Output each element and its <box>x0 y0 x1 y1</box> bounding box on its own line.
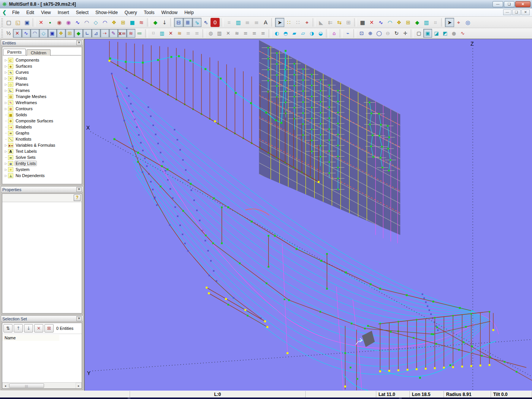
tree-item-label[interactable]: Contours <box>15 106 33 111</box>
restore-button[interactable]: ❏ <box>504 1 515 7</box>
entities-close-icon[interactable]: ✕ <box>76 40 82 45</box>
filter-entities-toggle-icon[interactable]: ◆ <box>74 29 83 38</box>
select-list-button-icon[interactable]: ▥ <box>234 18 243 27</box>
errors-button-icon[interactable]: 0 <box>211 18 220 27</box>
expand-arrow-icon[interactable]: ▷ <box>4 83 8 86</box>
filter-all-button-icon[interactable]: ≔ <box>135 29 144 38</box>
tree-item-no-dependents[interactable]: ▷⊥No Dependents <box>4 173 82 179</box>
entities-panel-title-bar[interactable]: Entities ✕ <box>1 40 83 46</box>
show-one-composite-button-icon[interactable]: ❖ <box>394 18 404 27</box>
view-pane-toggle-icon[interactable]: ⇖ <box>201 18 211 27</box>
tool-surface-2-icon[interactable]: ◠ <box>100 18 109 27</box>
selection-move-down-button-icon[interactable]: ↓ <box>24 324 33 332</box>
selection-set-close-icon[interactable]: ✕ <box>76 316 82 321</box>
menu-item-showhide[interactable]: Show-Hide <box>92 9 121 16</box>
filter-meshes-toggle-icon[interactable]: ⊞ <box>65 29 74 38</box>
tool-snake-icon[interactable]: ◠ <box>82 18 91 27</box>
view-perspective-button-icon[interactable]: ◑ <box>307 29 316 38</box>
tree-item-label[interactable]: System <box>15 167 30 172</box>
flashlight-button-icon[interactable]: ⌁ <box>344 29 352 38</box>
show-grid-button-icon[interactable]: ▦ <box>358 18 367 27</box>
selection-remove-button-icon[interactable]: ✕ <box>34 324 43 332</box>
menu-item-tools[interactable]: Tools <box>141 9 158 16</box>
tree-item-label[interactable]: Variables & Formulas <box>15 143 56 147</box>
tree-item-label[interactable]: Entity Lists <box>15 161 36 166</box>
tree-item-surfaces[interactable]: ▷◈Surfaces <box>4 63 82 69</box>
expand-arrow-icon[interactable]: ▷ <box>4 71 8 74</box>
properties-help-icon[interactable]: ? <box>74 195 81 201</box>
scroll-left-icon[interactable]: ◂ <box>2 383 8 389</box>
hide-named-bulb-button-icon[interactable]: ≡ <box>259 29 268 38</box>
filter-relabels-toggle-icon[interactable]: ⇢ <box>100 29 109 38</box>
expand-arrow-icon[interactable]: ▷ <box>4 77 8 80</box>
show-one-entity-button-icon[interactable]: ◆ <box>413 18 422 27</box>
filter-contours-toggle-icon[interactable]: ≋ <box>127 29 135 38</box>
cursor-select-button-icon[interactable]: ➤ <box>275 18 284 27</box>
tool-composite-icon[interactable]: ❖ <box>109 18 119 27</box>
filter-planes-toggle-icon[interactable]: ⊿ <box>92 29 100 38</box>
rotate-view-button-icon[interactable]: ↻ <box>392 29 401 38</box>
filter-variables-toggle-icon[interactable]: x= <box>118 29 127 38</box>
properties-panel-title-bar[interactable]: Properties ✕ <box>1 187 83 193</box>
tree-item-label[interactable]: Frames <box>15 88 30 93</box>
scroll-right-icon[interactable]: ▸ <box>76 383 82 389</box>
scroll-thumb[interactable]: ||| <box>9 383 44 388</box>
tool-magnet-icon[interactable]: ◉ <box>64 18 73 27</box>
close-button[interactable]: ✕ <box>515 1 530 7</box>
tree-item-wireframes[interactable]: ▷✎Wireframes <box>4 100 82 106</box>
hide-children-bulb-button-icon[interactable]: ≡ <box>250 29 259 38</box>
expand-arrow-icon[interactable]: ▷ <box>4 59 8 62</box>
zoom-in-button-icon[interactable]: ⊕ <box>366 29 375 38</box>
pick-ball-button-icon[interactable]: ◎ <box>463 18 472 27</box>
relabel-button-icon[interactable]: ½ <box>4 29 13 38</box>
tree-item-solve-sets[interactable]: ┈=Solve Sets <box>4 154 82 160</box>
selection-clear-button-icon[interactable]: ⊠ <box>44 324 54 332</box>
expand-arrow-icon[interactable]: ▷ <box>4 107 8 111</box>
tree-item-label[interactable]: Text Labels <box>15 149 38 154</box>
tool-point-icon[interactable]: ∙ <box>46 18 55 27</box>
display-graph-button-icon[interactable]: ∿ <box>458 29 467 38</box>
expand-arrow-icon[interactable]: ▷ <box>4 174 8 177</box>
tree-item-label[interactable]: Curves <box>15 70 30 74</box>
hide-point-bulb-button-icon[interactable]: ✕ <box>224 29 233 38</box>
tree-item-label[interactable]: Solve Sets <box>15 155 36 160</box>
view-oblique-button-icon[interactable]: ◒ <box>316 29 325 38</box>
tree-item-label[interactable]: Triangle Meshes <box>15 94 47 99</box>
tree-item-components[interactable]: ▷⊏Components <box>4 57 82 63</box>
mdi-restore-button[interactable]: ❏ <box>512 10 521 15</box>
tab-parents[interactable]: Parents <box>3 49 26 55</box>
tool-curve-icon[interactable]: ∿ <box>73 18 82 27</box>
tree-item-planes[interactable]: ▷◇Planes <box>4 81 82 87</box>
toolbar-grip[interactable] <box>1 18 3 27</box>
tree-item-label[interactable]: No Dependents <box>15 173 45 178</box>
properties-close-icon[interactable]: ✕ <box>76 187 82 192</box>
view-plan-button-icon[interactable]: ◓ <box>281 29 290 38</box>
hide-bulb-button-icon[interactable]: ◍ <box>206 29 215 38</box>
tool-trimesh-icon[interactable]: ⊞ <box>119 18 128 27</box>
show-one-point-button-icon[interactable]: ✕ <box>367 18 376 27</box>
view-body-plan-button-icon[interactable]: ◐ <box>272 29 281 38</box>
title-bar[interactable]: ❋ MultiSurf 8.8 - [ sk75-29.ms2:4] — ❏ ✕ <box>0 0 532 8</box>
selection-list-area[interactable] <box>2 341 82 382</box>
show-one-mesh-button-icon[interactable]: ⊞ <box>404 18 413 27</box>
grid-snap-off-button-icon[interactable]: ∷ <box>293 18 302 27</box>
stretch-button-icon[interactable]: ⇆ <box>335 18 344 27</box>
mdi-close-button[interactable]: ✕ <box>521 10 530 15</box>
view-profile-button-icon[interactable]: ▰ <box>290 29 299 38</box>
filter-curves-toggle-icon[interactable]: ∿ <box>22 29 30 38</box>
selection-move-up-button-icon[interactable]: ↑ <box>14 324 23 332</box>
show-point-bulb-button-icon[interactable]: ✕ <box>166 29 175 38</box>
grid-snap-on-button-icon[interactable]: ∷ <box>284 18 293 27</box>
tree-item-label[interactable]: Relabels <box>15 125 33 129</box>
view-list-toggle-icon[interactable]: ≣ <box>183 18 192 27</box>
open-file-button-icon[interactable]: ◱ <box>13 18 22 27</box>
filter-surfaces-toggle-icon[interactable]: ◇ <box>39 29 48 38</box>
selection-set-title-bar[interactable]: Selection Set ✕ <box>1 316 83 322</box>
filter-frames-toggle-icon[interactable]: ∟ <box>83 29 92 38</box>
tree-item-label[interactable]: Components <box>15 58 40 62</box>
zoom-extents-button-icon[interactable]: ◯ <box>375 29 383 38</box>
save-file-button-icon[interactable]: ▣ <box>22 18 32 27</box>
filter-snakes-toggle-icon[interactable]: ◠ <box>30 29 39 38</box>
expand-arrow-icon[interactable]: ▷ <box>4 65 8 68</box>
tree-item-variables-formulas[interactable]: ▷x=Variables & Formulas <box>4 142 82 148</box>
